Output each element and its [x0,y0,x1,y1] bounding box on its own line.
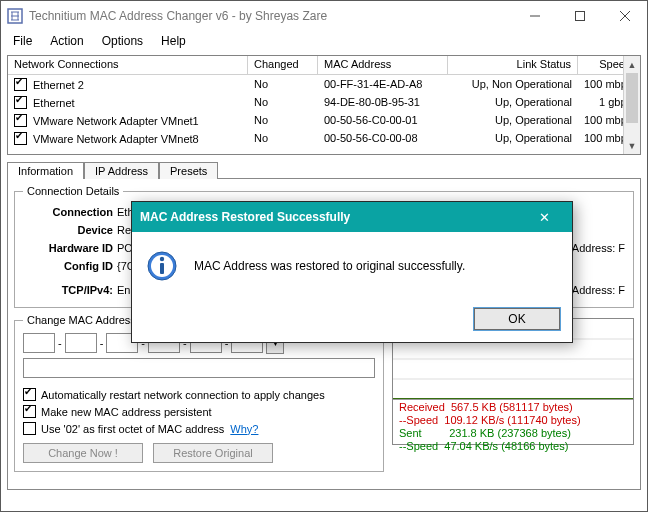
stats-rspeed-label: --Speed [399,414,438,426]
dialog-title: MAC Address Restored Successfully [140,210,350,224]
scroll-thumb[interactable] [626,73,638,123]
label-auto-restart: Automatically restart network connection… [41,389,325,401]
svg-rect-1 [575,12,584,21]
change-now-button[interactable]: Change Now ! [23,443,143,463]
row-checkbox[interactable] [14,96,27,109]
table-row[interactable]: Ethernet 2No00-FF-31-4E-AD-A8Up, Non Ope… [8,75,640,93]
scroll-down-icon[interactable]: ▼ [624,137,640,154]
dialog-close-button[interactable]: ✕ [524,210,564,225]
restore-success-dialog: MAC Address Restored Successfully ✕ MAC … [131,201,573,343]
checkbox-use02[interactable] [23,422,36,435]
why-link[interactable]: Why? [230,423,258,435]
stats-sspeed-label: --Speed [399,440,438,452]
mac-seg-1[interactable] [23,333,55,353]
table-row[interactable]: VMware Network Adapter VMnet8No00-50-56-… [8,129,640,147]
close-button[interactable] [602,2,647,31]
dialog-ok-button[interactable]: OK [474,308,560,330]
row-checkbox[interactable] [14,114,27,127]
restore-original-button[interactable]: Restore Original [153,443,273,463]
mac-seg-2[interactable] [65,333,97,353]
app-icon [7,8,23,24]
change-mac-legend: Change MAC Address [23,314,140,326]
label-hardware: Hardware ID [23,242,117,254]
menubar: File Action Options Help [1,31,647,51]
tab-ipaddress[interactable]: IP Address [84,162,159,179]
maximize-button[interactable] [557,2,602,31]
dialog-titlebar[interactable]: MAC Address Restored Successfully ✕ [132,202,572,232]
menu-help[interactable]: Help [153,32,194,50]
label-config: Config ID [23,260,117,272]
table-row[interactable]: VMware Network Adapter VMnet1No00-50-56-… [8,111,640,129]
svg-point-7 [160,257,164,261]
tab-presets[interactable]: Presets [159,162,218,179]
mac-vendor-combo[interactable] [23,358,375,378]
tabstrip: Information IP Address Presets [7,162,641,179]
menu-file[interactable]: File [5,32,40,50]
checkbox-auto-restart[interactable] [23,388,36,401]
stats-sent-value: 231.8 KB (237368 bytes) [449,427,571,439]
row-checkbox[interactable] [14,132,27,145]
scroll-up-icon[interactable]: ▲ [624,56,640,73]
stats-sspeed-value: 47.04 KB/s (48166 bytes) [444,440,568,452]
label-tcp: TCP/IPv4: [23,284,117,296]
stats-rspeed-value: 109.12 KB/s (111740 bytes) [444,414,580,426]
titlebar: Technitium MAC Address Changer v6 - by S… [1,1,647,31]
dialog-message: MAC Address was restored to original suc… [194,259,465,273]
minimize-button[interactable] [512,2,557,31]
col-status[interactable]: Link Status [448,56,578,74]
col-changed[interactable]: Changed [248,56,318,74]
menu-options[interactable]: Options [94,32,151,50]
stats-received-value: 567.5 KB (581117 bytes) [451,401,573,413]
info-icon [146,250,178,282]
tab-information[interactable]: Information [7,162,84,179]
row-checkbox[interactable] [14,78,27,91]
label-persistent: Make new MAC address persistent [41,406,212,418]
window-title: Technitium MAC Address Changer v6 - by S… [29,9,327,23]
svg-rect-8 [160,263,164,274]
grid-scrollbar[interactable]: ▲ ▼ [623,56,640,154]
col-connections[interactable]: Network Connections [8,56,248,74]
grid-header: Network Connections Changed MAC Address … [8,56,640,75]
label-use02: Use '02' as first octet of MAC address [41,423,224,435]
checkbox-persistent[interactable] [23,405,36,418]
label-device: Device [23,224,117,236]
main-window: Technitium MAC Address Changer v6 - by S… [0,0,648,512]
col-mac[interactable]: MAC Address [318,56,448,74]
stats-sent-label: Sent [399,427,422,439]
connections-grid[interactable]: Network Connections Changed MAC Address … [7,55,641,155]
label-connection: Connection [23,206,117,218]
connection-details-legend: Connection Details [23,185,123,197]
stats-received-label: Received [399,401,445,413]
menu-action[interactable]: Action [42,32,91,50]
table-row[interactable]: EthernetNo94-DE-80-0B-95-31Up, Operation… [8,93,640,111]
